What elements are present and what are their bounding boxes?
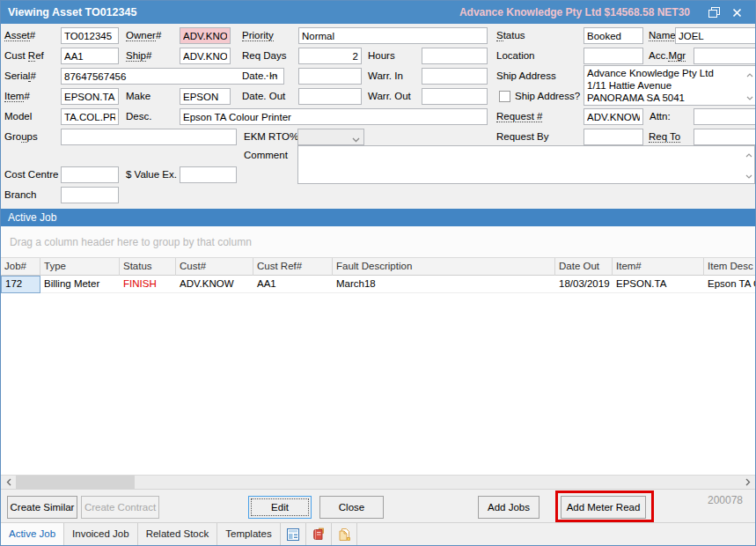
scroll-right-button[interactable] bbox=[740, 476, 755, 489]
status-label: Status bbox=[496, 27, 525, 44]
branch-label: Branch bbox=[4, 187, 36, 203]
req-days-input[interactable] bbox=[298, 48, 362, 64]
column-header-fault[interactable]: Fault Description bbox=[333, 258, 555, 276]
serial-label: Serial# bbox=[4, 68, 36, 85]
column-header-cust[interactable]: Cust# bbox=[176, 258, 253, 276]
scroll-up-icon[interactable] bbox=[746, 68, 753, 80]
create-similar-button[interactable]: Create Similar bbox=[7, 496, 77, 519]
date-out-input[interactable] bbox=[298, 88, 362, 105]
ship-address-box[interactable]: Advance Knowledge Pty Ltd 1/11 Hattie Av… bbox=[584, 65, 756, 106]
ship-input[interactable] bbox=[180, 48, 231, 64]
ekm-rto-select[interactable] bbox=[297, 129, 364, 145]
value-ex-input[interactable] bbox=[180, 166, 237, 183]
cell-status[interactable]: FINISH bbox=[120, 276, 176, 293]
grid-header: Job# Type Status Cust# Cust Ref# Fault D… bbox=[1, 258, 755, 276]
edit-button[interactable]: Edit bbox=[248, 496, 312, 519]
owner-label: Owner# bbox=[126, 27, 161, 44]
request-input[interactable] bbox=[584, 108, 643, 125]
cell-job-number[interactable]: 172 bbox=[1, 276, 40, 293]
cell-item[interactable]: EPSON.TA bbox=[613, 276, 704, 293]
button-bar: Create Similar Create Contract Edit Clos… bbox=[1, 490, 755, 522]
customer-summary: Advance Knowledge Pty Ltd $14568.58 NET3… bbox=[459, 6, 702, 18]
asset-input[interactable] bbox=[61, 27, 119, 44]
restore-icon bbox=[708, 7, 720, 18]
acc-mgr-input[interactable] bbox=[694, 48, 756, 64]
cell-cust[interactable]: ADV.KNOW bbox=[176, 276, 253, 293]
cell-cust-ref[interactable]: AA1 bbox=[253, 276, 333, 293]
req-days-label: Req Days bbox=[242, 48, 287, 64]
create-contract-button: Create Contract bbox=[81, 496, 159, 519]
add-meter-read-button[interactable]: Add Meter Read bbox=[561, 496, 646, 519]
grid-group-panel[interactable]: Drag a column header here to group by th… bbox=[1, 226, 755, 258]
job-row[interactable]: 172 Billing Meter FINISH ADV.KNOW AA1 Ma… bbox=[1, 276, 755, 293]
make-input[interactable] bbox=[180, 88, 231, 105]
ship-address-checkbox[interactable] bbox=[499, 91, 510, 102]
scroll-up-icon[interactable] bbox=[745, 148, 752, 160]
close-button[interactable]: Close bbox=[319, 496, 384, 519]
journal-book-icon bbox=[312, 528, 326, 542]
make-label: Make bbox=[126, 88, 150, 105]
name-input[interactable] bbox=[675, 27, 756, 44]
warr-out-input[interactable] bbox=[422, 88, 488, 105]
active-job-section-header: Active Job bbox=[1, 209, 755, 226]
comment-box[interactable] bbox=[297, 145, 755, 184]
column-header-status[interactable]: Status bbox=[120, 258, 176, 276]
desc-input[interactable] bbox=[180, 108, 488, 125]
cust-ref-label: Cust Ref bbox=[4, 48, 44, 64]
column-header-item[interactable]: Item# bbox=[613, 258, 704, 276]
name-label: Name bbox=[649, 27, 676, 44]
detail-view-button[interactable] bbox=[281, 523, 306, 545]
copy-documents-button[interactable] bbox=[332, 523, 357, 545]
branch-input[interactable] bbox=[61, 187, 119, 203]
restore-window-button[interactable] bbox=[702, 4, 725, 21]
date-in-input[interactable] bbox=[298, 68, 362, 85]
column-header-cust-ref[interactable]: Cust Ref# bbox=[253, 258, 333, 276]
grid-empty-area[interactable] bbox=[1, 293, 755, 475]
warr-in-input[interactable] bbox=[422, 68, 488, 85]
column-header-date-out[interactable]: Date Out bbox=[555, 258, 613, 276]
column-header-job[interactable]: Job# bbox=[1, 258, 40, 276]
status-input[interactable] bbox=[584, 27, 643, 44]
add-jobs-button[interactable]: Add Jobs bbox=[478, 496, 539, 519]
priority-label: Priority bbox=[242, 27, 274, 44]
owner-input[interactable] bbox=[180, 27, 231, 44]
item-label: Item# bbox=[4, 88, 30, 105]
priority-input[interactable] bbox=[298, 27, 488, 44]
ship-address-label: Ship Address bbox=[496, 68, 556, 85]
tab-invoiced-job[interactable]: Invoiced Job bbox=[64, 523, 138, 545]
cust-ref-input[interactable] bbox=[61, 48, 119, 64]
horizontal-scrollbar[interactable] bbox=[1, 475, 755, 490]
tab-templates[interactable]: Templates bbox=[217, 523, 280, 545]
ship-label: Ship# bbox=[126, 48, 151, 64]
request-by-input[interactable] bbox=[584, 129, 643, 145]
cell-date-out[interactable]: 18/03/2019 bbox=[555, 276, 613, 293]
hours-input[interactable] bbox=[422, 48, 488, 64]
journal-book-button[interactable] bbox=[306, 523, 332, 545]
detail-view-icon bbox=[286, 528, 300, 542]
model-input[interactable] bbox=[61, 108, 119, 125]
request-label: Request # bbox=[496, 108, 542, 125]
cell-type[interactable]: Billing Meter bbox=[40, 276, 120, 293]
tab-related-stock[interactable]: Related Stock bbox=[138, 523, 218, 545]
scroll-left-button[interactable] bbox=[1, 476, 16, 489]
model-label: Model bbox=[4, 108, 32, 125]
item-input[interactable] bbox=[61, 88, 119, 105]
location-input[interactable] bbox=[584, 48, 643, 64]
column-header-item-desc[interactable]: Item Desc bbox=[704, 258, 755, 276]
req-to-input[interactable] bbox=[694, 129, 756, 145]
acc-mgr-label: Acc.Mgr bbox=[649, 48, 686, 64]
scroll-down-icon[interactable] bbox=[745, 169, 752, 181]
attn-input[interactable] bbox=[694, 108, 756, 125]
column-header-type[interactable]: Type bbox=[40, 258, 120, 276]
request-by-label: Request By bbox=[496, 129, 548, 145]
cell-fault[interactable]: March18 bbox=[333, 276, 555, 293]
close-icon bbox=[732, 8, 742, 18]
scrollbar-thumb[interactable] bbox=[16, 476, 135, 489]
groups-input[interactable] bbox=[61, 129, 237, 145]
tab-active-job[interactable]: Active Job bbox=[1, 523, 64, 545]
close-window-button[interactable] bbox=[725, 4, 748, 21]
scroll-down-icon[interactable] bbox=[746, 91, 753, 103]
cell-item-desc[interactable]: Epson TA Cu bbox=[704, 276, 755, 293]
cost-centre-input[interactable] bbox=[61, 166, 119, 183]
hours-label: Hours bbox=[368, 48, 395, 64]
